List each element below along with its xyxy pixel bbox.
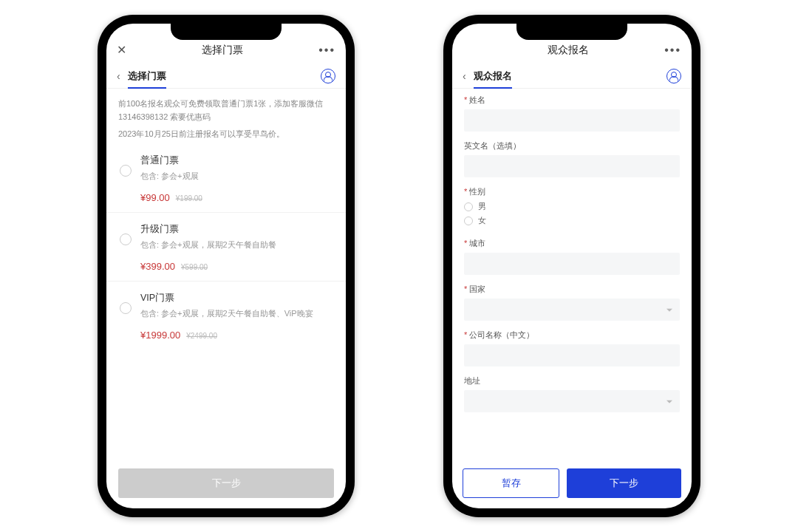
ticket-option[interactable]: 普通门票 包含: 参会+观展 ¥99.00 ¥199.00 [106,144,346,213]
avatar-icon[interactable] [321,69,335,83]
field-country: *国家 [452,278,692,324]
field-gender: *性别 男 女 [452,180,692,232]
radio-icon[interactable] [464,202,473,211]
en-name-input[interactable] [464,155,680,177]
avatar-icon[interactable] [666,69,681,83]
tab-select-ticket[interactable]: 选择门票 [128,69,166,89]
ticket-desc: 包含: 参会+观展，展期2天午餐自助餐 [140,239,276,250]
ticket-old-price: ¥599.00 [181,263,208,271]
ticket-price: ¥99.00 [140,192,170,203]
radio-icon[interactable] [120,302,132,314]
label-male: 男 [478,201,486,212]
radio-icon[interactable] [464,216,473,225]
ticket-price: ¥399.00 [140,261,175,272]
ticket-name: VIP门票 [140,292,313,304]
address-select[interactable] [464,390,680,412]
footer: 下一步 [106,461,346,508]
ticket-old-price: ¥199.00 [176,194,202,202]
label-company: 公司名称（中文） [469,330,534,339]
window-top-bar: ✕ 选择门票 ••• [106,37,346,61]
radio-female[interactable]: 女 [464,215,680,226]
ticket-desc: 包含: 参会+观展 [140,171,202,182]
ticket-desc: 包含: 参会+观展，展期2天午餐自助餐、ViP晚宴 [140,308,313,319]
more-icon[interactable]: ••• [318,44,335,57]
promo-text: 前100名报名观众可免费领取普通门票1张，添加客服微信13146398132 索… [106,89,346,144]
radio-male[interactable]: 男 [464,201,680,212]
promo-line-1: 前100名报名观众可免费领取普通门票1张，添加客服微信13146398132 索… [118,98,334,123]
save-button[interactable]: 暂存 [463,468,559,498]
label-name: 姓名 [469,95,485,104]
label-female: 女 [478,215,486,226]
phone-right: ✕ 观众报名 ••• ‹ 观众报名 *姓名 英文名（选填） *性别 男 [443,15,700,517]
radio-icon[interactable] [120,165,132,177]
ticket-price: ¥1999.00 [140,330,180,341]
field-city: *城市 [452,232,692,278]
field-address: 地址 [452,369,692,415]
field-company: *公司名称（中文） [452,324,692,369]
form-content: *姓名 英文名（选填） *性别 男 女 *城市 *国家 *公司名称 [452,89,692,461]
more-icon[interactable]: ••• [664,44,681,57]
sub-header: ‹ 选择门票 [106,61,346,89]
tab-register[interactable]: 观众报名 [474,69,512,89]
notch [516,24,627,40]
country-select[interactable] [464,299,680,321]
footer: 暂存 下一步 [452,461,692,508]
ticket-old-price: ¥2499.00 [186,332,217,340]
close-icon[interactable]: ✕ [117,43,126,57]
ticket-name: 升级门票 [140,223,276,236]
radio-icon[interactable] [120,233,132,245]
window-top-bar: ✕ 观众报名 ••• [452,37,692,61]
back-icon[interactable]: ‹ [117,70,120,82]
name-input[interactable] [464,109,680,132]
promo-line-2: 2023年10月25日前注册报名可以享受早鸟价。 [118,128,334,141]
label-gender: 性别 [469,187,485,196]
city-input[interactable] [464,253,680,275]
next-button[interactable]: 下一步 [118,468,334,498]
field-name: *姓名 [452,89,692,134]
phone-left: ✕ 选择门票 ••• ‹ 选择门票 前100名报名观众可免费领取普通门票1张，添… [98,15,355,517]
label-address: 地址 [464,376,480,385]
label-city: 城市 [469,239,485,248]
content: 前100名报名观众可免费领取普通门票1张，添加客服微信13146398132 索… [106,89,346,461]
next-button[interactable]: 下一步 [567,468,681,498]
notch [171,24,282,40]
label-country: 国家 [469,284,485,293]
page-title: 观众报名 [548,44,589,57]
sub-header: ‹ 观众报名 [452,61,692,89]
page-title: 选择门票 [202,44,243,57]
field-en-name: 英文名（选填） [452,134,692,180]
screen: ✕ 观众报名 ••• ‹ 观众报名 *姓名 英文名（选填） *性别 男 [452,24,692,508]
label-en-name: 英文名（选填） [464,141,521,150]
ticket-option[interactable]: VIP门票 包含: 参会+观展，展期2天午餐自助餐、ViP晚宴 ¥1999.00… [106,282,346,349]
back-icon[interactable]: ‹ [463,70,466,82]
ticket-option[interactable]: 升级门票 包含: 参会+观展，展期2天午餐自助餐 ¥399.00 ¥599.00 [106,213,346,282]
ticket-name: 普通门票 [140,154,202,167]
company-input[interactable] [464,344,680,366]
screen: ✕ 选择门票 ••• ‹ 选择门票 前100名报名观众可免费领取普通门票1张，添… [106,24,346,508]
